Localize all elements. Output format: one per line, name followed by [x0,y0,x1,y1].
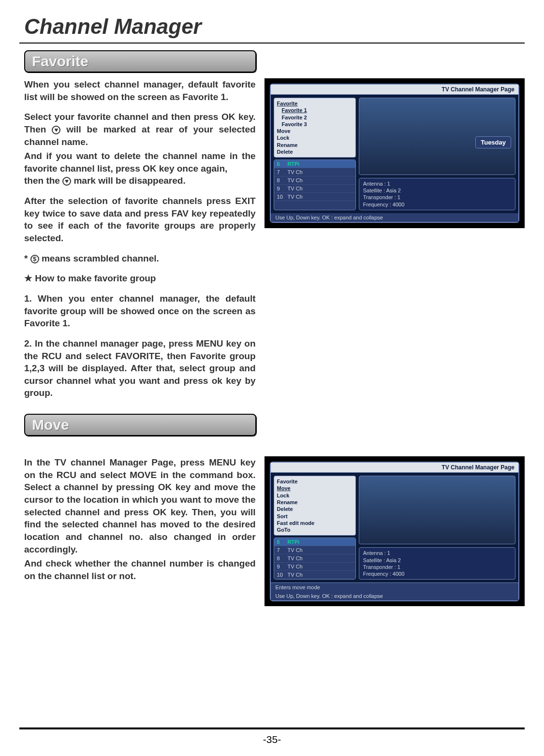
ch-num: 7 [277,547,288,553]
menu-item: Favorite [277,100,353,107]
favorite-p2: Select your favorite channel and then pr… [24,111,256,148]
howto-step2: 2. In the channel manager page, press ME… [24,337,256,399]
section-bar-favorite: Favorite [24,50,256,73]
favorite-p4: After the selection of favorite channels… [24,195,256,245]
move-p2: And check whether the channel number is … [24,557,256,582]
ch-num: 9 [277,186,288,191]
favorite-body: When you select channel manager, default… [24,78,256,407]
ch-num: 7 [277,169,288,175]
scramble-mark-icon: $ [30,255,39,263]
favorite-p1: When you select channel manager, default… [24,78,256,103]
page-number: -35- [0,734,544,745]
page-title: Channel Manager [24,15,525,39]
info-line: Transponder : 1 [363,564,511,570]
howto-step1: 1. When you enter channel manager, the d… [24,292,256,330]
info-line: Antenna : 1 [363,550,511,556]
ch-num: 10 [277,194,288,200]
menu-item: Move [277,128,353,134]
menu-item: Rename [277,499,353,506]
ok-key: OK [143,163,157,174]
ch-num: 6 [277,161,288,167]
info-line: Frequency : 4000 [363,201,511,208]
menu-item: Favorite [277,478,353,485]
menu-item: Lock [277,492,353,499]
txt: Select your favorite channel and then pr… [24,112,221,122]
menu-item: Fast edit mode [277,520,353,526]
menu-item: Delete [277,148,353,155]
ch-num: 9 [277,564,288,569]
info-line: Frequency : 4000 [363,570,511,577]
ch-name: TV Ch [288,194,303,200]
shot2-channels: 6RTPi 7TV Ch 8TV Ch 9TV Ch 10TV Ch [274,538,356,580]
shot1-channels: 6RTPi 7TV Ch 8TV Ch 9TV Ch 10TV Ch [274,160,356,210]
shot2-title: TV Channel Manager Page [271,463,518,473]
ch-num: 8 [277,177,288,183]
txt: mark will be disappeared. [71,175,186,186]
info-line: Satellite : Asia 2 [363,187,511,194]
section-title-favorite: Favorite [32,53,88,69]
menu-item: Favorite 1 [282,107,353,114]
ch-name: TV Ch [288,555,303,561]
menu-item: Delete [277,506,353,512]
ch-name: RTPi [288,161,299,167]
ok-key: OK [221,112,235,122]
menu-item: Favorite 2 [282,114,353,121]
menu-item: Move [277,485,353,492]
txt: * [24,253,30,263]
menu-item: Lock [277,134,353,141]
ch-name: TV Ch [288,177,303,183]
shot2-menu: Favorite Move Lock Rename Delete Sort Fa… [274,476,356,536]
txt: then the [24,175,62,186]
ch-name: RTPi [288,539,299,545]
section-title-move: Move [32,417,69,433]
info-line: Antenna : 1 [363,180,511,187]
shot1-preview: Tuesday [359,98,515,175]
ch-num: 6 [277,539,288,545]
info-line: Transponder : 1 [363,194,511,201]
menu-item: Rename [277,142,353,148]
ch-name: TV Ch [288,572,303,578]
ch-name: TV Ch [288,186,303,191]
heart-mark-icon: ♥ [52,126,60,134]
txt: means scrambled channel. [39,253,159,263]
shot2-preview [359,476,515,544]
shot1-title: TV Channel Manager Page [271,85,518,95]
section-bar-move: Move [24,414,256,436]
ch-num: 8 [277,555,288,561]
ch-name: TV Ch [288,169,303,175]
title-rule [19,43,525,44]
shot2-info: Antenna : 1 Satellite : Asia 2 Transpond… [359,547,515,580]
screenshot-move: TV Channel Manager Page Favorite Move Lo… [265,456,525,606]
shot1-hint: Use Up, Down key. OK : expand and collap… [271,213,518,222]
info-line: Satellite : Asia 2 [363,557,511,564]
shot1-preview-caption: Tuesday [475,136,511,148]
shot1-menu: Favorite Favorite 1 Favorite 2 Favorite … [274,98,356,158]
move-p1: In the TV channel Manager Page, press ME… [24,456,256,555]
favorite-p5: * $ means scrambled channel. [24,252,256,265]
favorite-p3: And if you want to delete the channel na… [24,150,256,187]
howto-title: ★ How to make favorite group [24,272,256,285]
ch-name: TV Ch [288,564,303,569]
move-body: In the TV channel Manager Page, press ME… [24,456,256,590]
screenshot-favorite: TV Channel Manager Page Favorite Favorit… [265,78,525,228]
txt: key once again, [156,163,227,174]
shot2-hint-top: Enters move mode [271,582,518,592]
ch-num: 10 [277,572,288,578]
menu-item: Favorite 3 [282,121,353,128]
shot2-hint: Use Up, Down key. OK : expand and collap… [271,592,518,600]
shot1-info: Antenna : 1 Satellite : Asia 2 Transpond… [359,178,515,210]
heart-mark-icon: ♥ [62,177,71,186]
menu-item: GoTo [277,526,353,533]
ch-name: TV Ch [288,547,303,553]
footer-rule [19,727,525,729]
menu-item: Sort [277,513,353,520]
